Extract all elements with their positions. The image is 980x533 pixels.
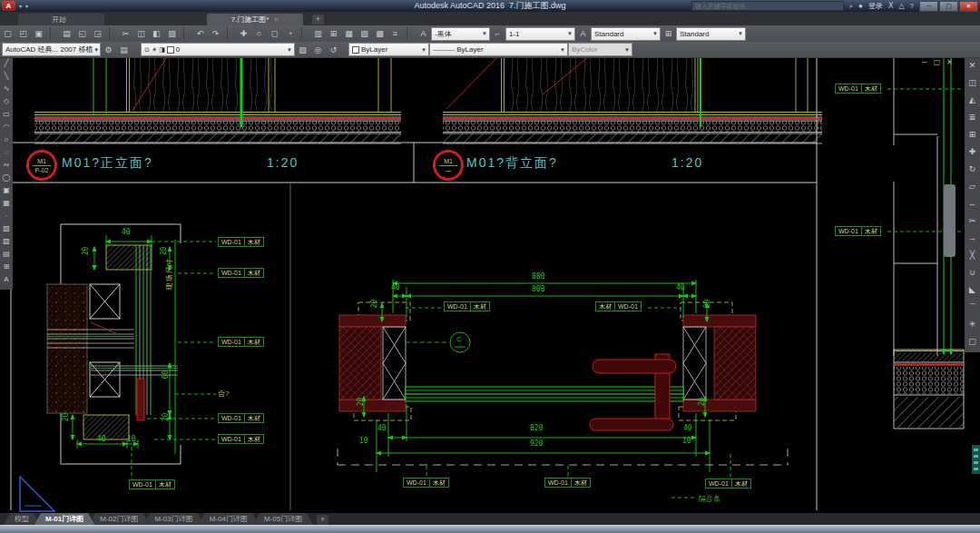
layout-tab[interactable]: 模型 [4, 513, 40, 525]
table-tool[interactable]: ⊞ [1, 261, 13, 273]
layout-tab[interactable]: M-01门详图 [34, 513, 94, 525]
new-layout-button[interactable]: + [317, 515, 328, 525]
move-tool[interactable]: ✚ [965, 143, 979, 161]
user-icon[interactable]: ● [858, 2, 863, 10]
exchange-apps-icon[interactable]: Ⅹ [888, 2, 893, 10]
erase-tool[interactable]: ✕ [965, 57, 979, 74]
make-block-tool[interactable]: ▦ [1, 197, 13, 210]
layer-lock-icon[interactable]: ◨ [159, 46, 165, 54]
new-button[interactable]: ▢ [0, 27, 15, 40]
plot-button[interactable]: ▤ [59, 27, 74, 40]
autocad-logo-icon[interactable]: A [2, 1, 15, 11]
zoom-previous-button[interactable]: ◔ [282, 27, 298, 40]
gradient-tool[interactable]: ▧ [1, 235, 13, 248]
toolbar-icon[interactable] [227, 27, 234, 40]
trim-tool[interactable]: ✂ [965, 212, 979, 230]
ellipse-tool[interactable]: ◯ [1, 172, 13, 184]
chamfer-tool[interactable]: ◣ [965, 281, 979, 299]
minimize-button[interactable]: ─ [919, 1, 938, 12]
file-tab[interactable]: 开始 [18, 14, 104, 25]
dim-style-combo[interactable]: 1-1▼ [505, 27, 575, 41]
layer-combo[interactable]: ⊙☀◨ 0 ▼ [141, 43, 295, 56]
markup-button[interactable]: ▩ [372, 27, 387, 40]
quick-calc-button[interactable]: ≡ [387, 27, 403, 40]
text-style-tool-icon[interactable]: A [575, 27, 591, 40]
search-icon[interactable]: ⌕ [849, 2, 853, 11]
toolbar-icon[interactable] [183, 27, 191, 40]
offset-tool[interactable]: ≣ [965, 109, 979, 126]
layout-tab[interactable]: M-03门详图 [143, 513, 203, 525]
toolbar-icon[interactable] [407, 27, 414, 40]
fillet-tool[interactable]: ⌒ [965, 299, 979, 316]
copy-tool[interactable]: ◫ [965, 74, 979, 92]
zoom-realtime-button[interactable]: ○ [251, 27, 267, 40]
arc-tool[interactable]: ◠ [1, 121, 13, 133]
drawing-restore-button[interactable]: ▢ [934, 58, 941, 66]
undo-button[interactable]: ↶ [192, 27, 208, 40]
polygon-tool[interactable]: ◇ [1, 95, 13, 108]
help-icon[interactable]: ? [910, 2, 914, 10]
table-style-combo[interactable]: Standard▼ [676, 27, 746, 41]
make-layer-current-button[interactable]: ◎ [310, 44, 326, 56]
copy-button[interactable]: ◫ [133, 27, 149, 40]
stretch-tool[interactable]: ↔ [965, 195, 979, 212]
scale-tool[interactable]: ▱ [965, 178, 979, 195]
drawing-minimize-button[interactable]: ─ [922, 58, 927, 66]
design-center-button[interactable]: ⊞ [326, 27, 341, 40]
signin-label[interactable]: 登录 [868, 1, 883, 11]
paste-button[interactable]: ◧ [149, 27, 164, 40]
layer-freeze-icon[interactable]: ☀ [152, 46, 157, 54]
toolbar-icon[interactable] [301, 27, 309, 40]
text-style-icon[interactable]: A [416, 27, 431, 40]
minimized-palette[interactable] [972, 445, 980, 474]
region-tool[interactable]: ▤ [1, 248, 13, 261]
explode-tool[interactable]: ✳ [965, 316, 979, 333]
layout-tab[interactable]: M-02门详图 [89, 513, 149, 525]
app-menu-arrow-icon[interactable]: ▾ [19, 3, 22, 9]
pan-button[interactable]: ✚ [236, 27, 251, 40]
workspace-settings-button[interactable]: ⚙ [101, 44, 116, 56]
layout-tab[interactable]: M-04门详图 [199, 513, 259, 525]
layer-on-icon[interactable]: ⊙ [144, 46, 150, 54]
redo-button[interactable]: ↷ [208, 27, 223, 40]
cut-button[interactable]: ✂ [118, 27, 133, 40]
properties-button[interactable]: ▥ [310, 27, 326, 40]
file-tab-close-icon[interactable]: ✕ [273, 16, 279, 24]
table-style-icon[interactable]: ⊞ [661, 27, 676, 40]
rectangle-tool[interactable]: ▭ [1, 108, 13, 121]
sheet-set-button[interactable]: ▧ [357, 27, 372, 40]
search-input[interactable] [691, 1, 844, 11]
publish-button[interactable]: ◲ [90, 27, 105, 40]
layer-previous-button[interactable]: ↺ [326, 44, 341, 56]
spline-tool[interactable]: ∾ [1, 159, 13, 172]
circle-tool[interactable]: ○ [1, 133, 13, 146]
point-tool[interactable]: · [1, 210, 13, 222]
multiline-text-tool[interactable]: A [1, 273, 13, 286]
qat-dropdown-icon[interactable]: ▾ [25, 3, 28, 9]
insert-block-tool[interactable]: ▣ [1, 184, 13, 197]
file-tab[interactable]: 7.门施工图* ✕ [207, 14, 303, 25]
revision-cloud-tool[interactable]: ◌ [1, 146, 13, 159]
match-properties-button[interactable]: ▨ [164, 27, 180, 40]
text-style-combo[interactable]: Standard▼ [591, 27, 661, 41]
vertical-scrollbar-thumb[interactable] [944, 184, 956, 257]
tool-palettes-button[interactable]: ▦ [341, 27, 357, 40]
dim-style-icon[interactable]: ⌐ [490, 27, 505, 40]
workspace-save-button[interactable]: ▤ [116, 44, 132, 56]
font-style-combo[interactable]: -黑体▼ [431, 27, 490, 41]
join-tool[interactable]: ∪ [965, 264, 979, 281]
break-tool[interactable]: ╳ [965, 247, 979, 264]
construction-line-tool[interactable]: ╲ [1, 70, 13, 83]
color-combo[interactable]: ByLayer▼ [348, 43, 429, 56]
a360-icon[interactable]: △ [898, 2, 904, 10]
close-button[interactable]: ✕ [959, 1, 978, 12]
restore-button[interactable]: ▢ [939, 1, 958, 12]
mirror-tool[interactable]: ◭ [965, 92, 979, 109]
open-button[interactable]: ◰ [15, 27, 31, 40]
line-tool[interactable]: ╱ [1, 57, 13, 70]
toolbar-icon[interactable] [109, 27, 116, 40]
new-tab-button[interactable]: + [312, 15, 324, 25]
hatch-tool[interactable]: ▨ [1, 222, 13, 235]
linetype-combo[interactable]: ——— ByLayer▼ [429, 43, 568, 56]
array-tool[interactable]: ⊞ [965, 126, 979, 143]
